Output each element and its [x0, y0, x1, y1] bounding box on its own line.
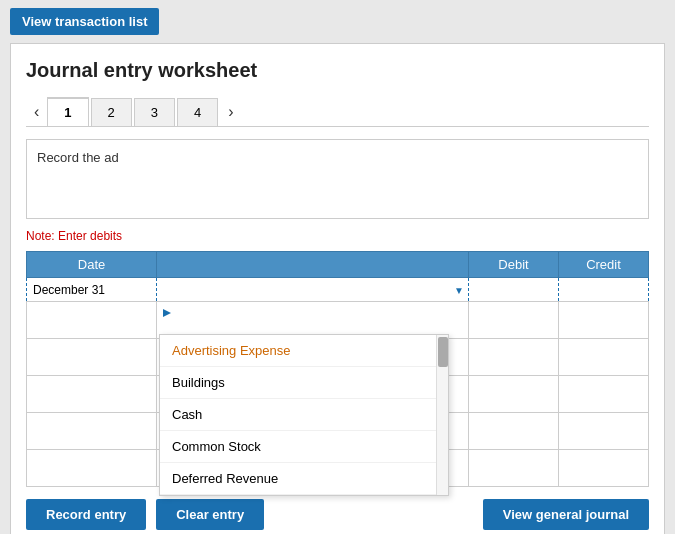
- dropdown-item-common-stock[interactable]: Common Stock: [160, 431, 448, 463]
- credit-cell[interactable]: [559, 302, 649, 339]
- credit-cell[interactable]: [559, 413, 649, 450]
- dropdown-item-cash[interactable]: Cash: [160, 399, 448, 431]
- debit-input[interactable]: [475, 462, 552, 476]
- account-dropdown: Advertising Expense Buildings Cash Commo…: [159, 334, 449, 496]
- debit-cell[interactable]: [469, 376, 559, 413]
- record-entry-button[interactable]: Record entry: [26, 499, 146, 530]
- tab-next-arrow[interactable]: ›: [220, 99, 241, 125]
- debit-cell[interactable]: [469, 339, 559, 376]
- col-credit: Credit: [559, 252, 649, 278]
- debit-cell[interactable]: [469, 450, 559, 487]
- instruction-text: Record the ad: [37, 150, 119, 165]
- debit-cell[interactable]: [469, 413, 559, 450]
- date-cell: [27, 339, 157, 376]
- credit-cell[interactable]: [559, 450, 649, 487]
- view-general-journal-button[interactable]: View general journal: [483, 499, 649, 530]
- instruction-box: Record the ad: [26, 139, 649, 219]
- col-date: Date: [27, 252, 157, 278]
- col-debit: Debit: [469, 252, 559, 278]
- clear-entry-button[interactable]: Clear entry: [156, 499, 264, 530]
- table-row: [27, 302, 649, 339]
- date-cell: [27, 376, 157, 413]
- col-account: [157, 252, 469, 278]
- account-cell[interactable]: [157, 302, 469, 339]
- dropdown-item-deferred-revenue[interactable]: Deferred Revenue: [160, 463, 448, 495]
- scrollbar-thumb: [438, 337, 448, 367]
- debit-cell[interactable]: [469, 278, 559, 302]
- tab-1[interactable]: 1: [47, 97, 88, 126]
- credit-input[interactable]: [565, 388, 642, 402]
- credit-cell[interactable]: [559, 278, 649, 302]
- date-cell: [27, 450, 157, 487]
- debit-input[interactable]: [475, 388, 552, 402]
- dropdown-item-buildings[interactable]: Buildings: [160, 367, 448, 399]
- debit-input[interactable]: [475, 283, 552, 297]
- account-input[interactable]: [163, 321, 462, 335]
- account-cell[interactable]: ▼: [157, 278, 469, 302]
- view-transaction-button[interactable]: View transaction list: [10, 8, 159, 35]
- row-indicator-icon: [163, 309, 171, 317]
- top-bar: View transaction list: [0, 0, 675, 43]
- tab-3[interactable]: 3: [134, 98, 175, 126]
- table-row: December 31 ▼: [27, 278, 649, 302]
- credit-cell[interactable]: [559, 339, 649, 376]
- debit-input[interactable]: [475, 314, 552, 328]
- dropdown-scrollbar[interactable]: [436, 335, 448, 495]
- date-cell: [27, 302, 157, 339]
- tab-2[interactable]: 2: [91, 98, 132, 126]
- credit-input[interactable]: [565, 425, 642, 439]
- main-container: Journal entry worksheet ‹ 1 2 3 4 › Reco…: [10, 43, 665, 534]
- credit-input[interactable]: [565, 462, 642, 476]
- page-title: Journal entry worksheet: [26, 59, 649, 82]
- note-text: Note: Enter debits: [26, 229, 649, 243]
- credit-input[interactable]: [565, 283, 642, 297]
- credit-input[interactable]: [565, 351, 642, 365]
- credit-input[interactable]: [565, 314, 642, 328]
- buttons-row: Record entry Clear entry View general jo…: [26, 499, 649, 530]
- credit-cell[interactable]: [559, 376, 649, 413]
- dropdown-item-advertising-expense[interactable]: Advertising Expense: [160, 335, 448, 367]
- date-cell: December 31: [27, 278, 157, 302]
- debit-input[interactable]: [475, 425, 552, 439]
- account-input[interactable]: [163, 283, 462, 297]
- date-cell: [27, 413, 157, 450]
- tab-prev-arrow[interactable]: ‹: [26, 99, 47, 125]
- tab-4[interactable]: 4: [177, 98, 218, 126]
- debit-input[interactable]: [475, 351, 552, 365]
- debit-cell[interactable]: [469, 302, 559, 339]
- tabs-row: ‹ 1 2 3 4 ›: [26, 97, 649, 127]
